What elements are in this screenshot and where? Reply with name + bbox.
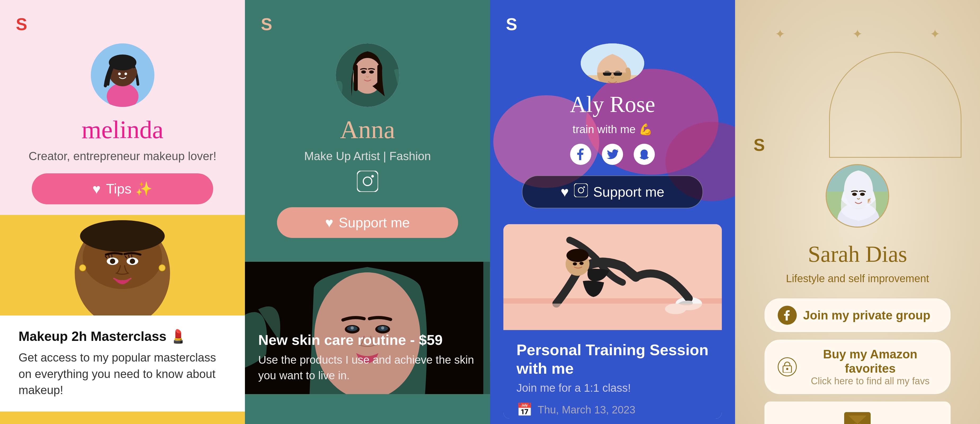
aly-support-label: Support me (593, 184, 664, 200)
sarah-avatar (826, 164, 889, 228)
card-aly: S (490, 0, 735, 424)
sarah-amazon-text: Buy my Amazon favorites Click here to fi… (803, 347, 937, 387)
star-right1: ✦ (852, 27, 863, 41)
masterclass-desc: Get access to my popular masterclass on … (19, 349, 226, 398)
svg-point-65 (786, 368, 788, 370)
svg-point-13 (130, 259, 135, 264)
card-sarah: ✦ ✦ ✦ S (735, 0, 980, 424)
sarah-amazon-button[interactable]: Buy my Amazon favorites Click here to fi… (764, 339, 951, 395)
svg-point-47 (583, 186, 585, 188)
svg-point-54 (573, 262, 577, 265)
svg-point-14 (80, 265, 86, 271)
svg-point-34 (381, 326, 384, 330)
svg-point-55 (579, 262, 584, 265)
aly-name: Aly Rose (570, 91, 655, 118)
svg-point-4 (118, 73, 121, 75)
anna-product-desc: Use the products I use and achieve the s… (258, 352, 477, 384)
facebook-icon[interactable] (570, 144, 591, 165)
anna-top-section: S (245, 0, 490, 262)
svg-point-62 (852, 193, 857, 196)
aly-training-image (503, 224, 722, 330)
svg-point-26 (371, 175, 374, 178)
card-melinda: S (0, 0, 245, 424)
svg-point-9 (80, 220, 165, 252)
masterclass-title: Makeup 2h Masterclass 💄 (19, 329, 226, 344)
svg-point-23 (369, 70, 374, 73)
aly-heart-icon: ♥ (560, 184, 569, 200)
aly-training-card: Personal Training Session with me Join m… (503, 224, 722, 419)
anna-support-label: Support me (339, 214, 410, 230)
svg-point-5 (124, 73, 127, 75)
support-heart-icon: ♥ (325, 214, 333, 230)
sarah-amazon-sublabel: Click here to find all my favs (803, 376, 937, 387)
aly-top-section: S (490, 0, 735, 219)
svg-rect-21 (377, 65, 381, 91)
svg-point-46 (578, 187, 584, 193)
anna-avatar (336, 43, 399, 107)
tips-button[interactable]: ♥ Tips ✨ (32, 173, 213, 204)
svg-rect-45 (574, 183, 588, 197)
sarah-facebook-button[interactable]: Join my private group (764, 298, 951, 333)
svg-rect-20 (354, 65, 358, 91)
calendar-icon: 📅 (517, 402, 533, 417)
aly-training-info: Personal Training Session with me Join m… (503, 330, 722, 419)
svg-point-15 (159, 265, 165, 271)
aly-support-button[interactable]: ♥ Support me (522, 175, 703, 208)
aly-logo: S (506, 16, 517, 33)
sarah-arch (829, 52, 961, 158)
lock-icon (778, 357, 797, 376)
card-anna: S (245, 0, 490, 424)
anna-name: Anna (340, 115, 395, 144)
svg-point-44 (615, 71, 620, 73)
anna-tagline: Make Up Artist | Fashion (304, 149, 431, 163)
svg-point-33 (351, 326, 354, 330)
svg-point-11 (110, 259, 115, 264)
aly-avatar (581, 43, 644, 83)
svg-point-22 (361, 70, 366, 73)
melinda-logo: S (16, 16, 27, 33)
aly-social-icons (570, 144, 655, 165)
svg-point-19 (354, 58, 381, 87)
anna-product-image: New skin care routine - $59 Use the prod… (245, 262, 490, 394)
sarah-top-section: ✦ ✦ ✦ S (735, 0, 980, 424)
melinda-content-section: Makeup 2h Masterclass 💄 Get access to my… (0, 316, 245, 411)
sarah-amazon-label: Buy my Amazon favorites (823, 347, 917, 375)
melinda-name: melinda (81, 115, 163, 144)
anna-product-text: New skin care routine - $59 Use the prod… (258, 332, 477, 384)
aly-training-title: Personal Training Session with me (517, 341, 709, 378)
instagram-icon (357, 171, 378, 197)
heart-icon: ♥ (92, 181, 100, 197)
sarah-tagline: Lifestyle and self improvement (786, 273, 929, 284)
melinda-avatar (91, 43, 154, 107)
svg-point-43 (605, 71, 610, 73)
melinda-top-section: S (0, 0, 245, 215)
svg-point-63 (860, 193, 865, 196)
svg-point-25 (363, 177, 372, 186)
aly-training-date: 📅 Thu, March 13, 2023 (517, 402, 709, 417)
anna-support-button[interactable]: ♥ Support me (277, 207, 458, 238)
envelope-icon (844, 412, 871, 424)
aly-instagram-icon (574, 183, 588, 200)
sarah-facebook-label: Join my private group (803, 308, 931, 322)
tips-button-label: Tips ✨ (106, 181, 153, 197)
anna-product-title: New skin care routine - $59 (258, 332, 477, 348)
svg-point-3 (109, 54, 136, 70)
snapchat-icon[interactable] (634, 144, 655, 165)
facebook-icon-gold (778, 306, 797, 325)
twitter-icon[interactable] (602, 144, 623, 165)
melinda-image-area (0, 215, 245, 316)
sarah-stars: ✦ ✦ ✦ (754, 27, 961, 41)
anna-logo: S (261, 16, 272, 33)
aly-date-text: Thu, March 13, 2023 (538, 404, 635, 416)
svg-point-53 (566, 249, 589, 262)
sarah-newsletter-section: Subscribe to my newsletter Weekly tips o… (764, 401, 951, 424)
star-left: ✦ (775, 27, 785, 41)
svg-rect-24 (357, 171, 378, 192)
star-right2: ✦ (930, 27, 940, 41)
aly-training-subtitle: Join me for a 1:1 class! (517, 382, 709, 394)
svg-rect-56 (503, 303, 722, 330)
melinda-tagline: Creator, entrepreneur makeup lover! (29, 149, 216, 163)
sarah-logo: S (754, 137, 765, 154)
sarah-name: Sarah Dias (808, 241, 907, 267)
aly-tagline: train with me 💪 (573, 123, 652, 136)
